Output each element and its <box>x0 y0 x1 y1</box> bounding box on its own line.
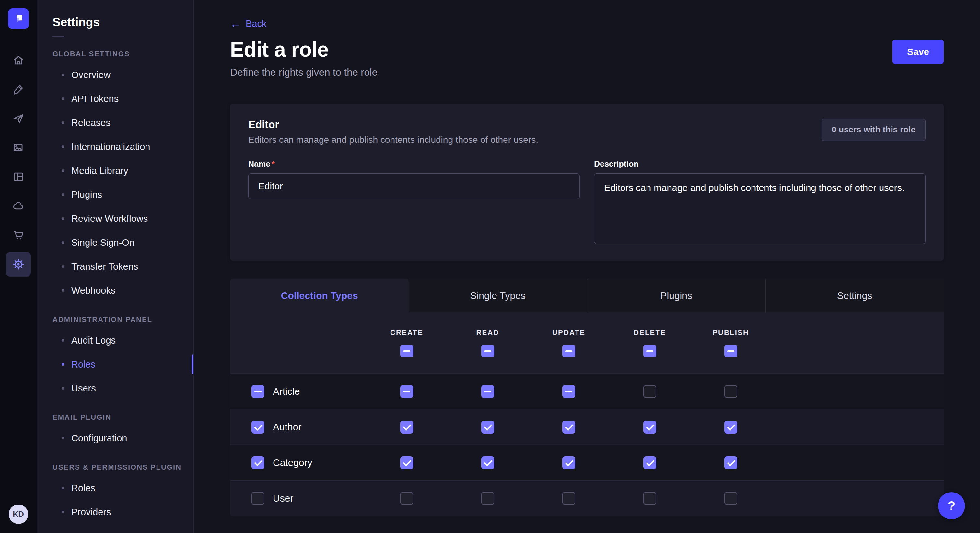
role-card-header: Editor Editors can manage and publish co… <box>248 119 926 145</box>
save-button[interactable]: Save <box>892 40 944 64</box>
permissions-section: Collection Types Single Types Plugins Se… <box>230 279 944 516</box>
sidebar-item-users[interactable]: Users <box>37 376 194 400</box>
sidebar-item-overview[interactable]: Overview <box>37 63 194 87</box>
required-asterisk: * <box>272 159 275 168</box>
bullet-icon <box>62 487 64 489</box>
sidebar-item-up-providers[interactable]: Providers <box>37 500 194 524</box>
bullet-icon <box>62 73 64 76</box>
column-label: PUBLISH <box>713 328 749 337</box>
column-delete: DELETE <box>609 328 690 357</box>
sidebar-item-audit-logs[interactable]: Audit Logs <box>37 328 194 352</box>
users-count-badge[interactable]: 0 users with this role <box>821 119 926 141</box>
sidebar-item-label: Users <box>71 383 96 394</box>
strapi-logo-icon[interactable] <box>8 8 29 29</box>
author-delete-checkbox[interactable] <box>643 420 656 434</box>
category-publish-checkbox[interactable] <box>724 456 737 469</box>
author-read-checkbox[interactable] <box>481 420 494 434</box>
author-create-checkbox[interactable] <box>400 420 413 434</box>
sidebar-item-plugins[interactable]: Plugins <box>37 182 194 206</box>
select-all-publish-checkbox[interactable] <box>724 344 737 357</box>
row-label: Article <box>273 386 300 397</box>
content-manager-icon[interactable] <box>6 77 31 102</box>
help-icon: ? <box>948 499 955 513</box>
author-update-checkbox[interactable] <box>562 420 575 434</box>
page-title: Edit a role <box>230 38 377 62</box>
description-input[interactable]: Editors can manage and publish contents … <box>594 173 926 244</box>
sidebar-item-up-roles[interactable]: Roles <box>37 476 194 500</box>
author-publish-checkbox[interactable] <box>724 420 737 434</box>
description-field: Description Editors can manage and publi… <box>594 159 926 245</box>
cloud-icon[interactable] <box>6 194 31 218</box>
select-all-update-checkbox[interactable] <box>562 344 575 357</box>
tab-settings[interactable]: Settings <box>765 279 944 313</box>
permission-row-user[interactable]: User <box>230 480 944 516</box>
tab-collection-types[interactable]: Collection Types <box>230 279 409 313</box>
sidebar-item-webhooks[interactable]: Webhooks <box>37 279 194 303</box>
section-heading-email-plugin: EMAIL PLUGIN <box>52 413 194 422</box>
user-publish-checkbox[interactable] <box>724 492 737 505</box>
bullet-icon <box>62 169 64 172</box>
bullet-icon <box>62 194 64 196</box>
name-label: Name* <box>248 159 580 169</box>
sidebar-item-configuration[interactable]: Configuration <box>37 426 194 450</box>
home-icon[interactable] <box>6 48 31 73</box>
article-publish-checkbox[interactable] <box>724 385 737 398</box>
bullet-icon <box>62 339 64 342</box>
tab-plugins[interactable]: Plugins <box>587 279 765 313</box>
role-details-card: Editor Editors can manage and publish co… <box>230 104 944 261</box>
article-update-checkbox[interactable] <box>562 385 575 398</box>
help-button[interactable]: ? <box>938 492 965 519</box>
role-title: Editor <box>248 119 538 131</box>
back-link[interactable]: ← Back <box>230 18 266 29</box>
name-input[interactable] <box>248 173 580 199</box>
select-all-read-checkbox[interactable] <box>481 344 494 357</box>
category-delete-checkbox[interactable] <box>643 456 656 469</box>
sidebar-item-review-workflows[interactable]: Review Workflows <box>37 206 194 230</box>
deploy-icon[interactable] <box>6 106 31 131</box>
category-row-checkbox[interactable] <box>251 456 264 469</box>
permission-row-author[interactable]: Author <box>230 409 944 444</box>
permission-row-category[interactable]: Category <box>230 444 944 480</box>
article-delete-checkbox[interactable] <box>643 385 656 398</box>
author-row-checkbox[interactable] <box>251 420 264 434</box>
sidebar-item-roles[interactable]: Roles <box>37 352 194 376</box>
select-all-create-checkbox[interactable] <box>400 344 413 357</box>
settings-icon[interactable] <box>6 252 31 276</box>
bullet-icon <box>62 241 64 244</box>
article-row-checkbox[interactable] <box>251 385 264 398</box>
user-avatar[interactable]: KD <box>9 504 28 524</box>
content-type-builder-icon[interactable] <box>6 165 31 189</box>
page-header: Edit a role Define the rights given to t… <box>230 38 944 78</box>
tab-single-types[interactable]: Single Types <box>409 279 587 313</box>
main-content: ← Back Edit a role Define the rights giv… <box>194 0 980 533</box>
user-delete-checkbox[interactable] <box>643 492 656 505</box>
description-label: Description <box>594 159 926 169</box>
sidebar-item-label: Roles <box>71 483 95 493</box>
media-library-icon[interactable] <box>6 135 31 160</box>
row-label: User <box>273 493 293 504</box>
sidebar-item-api-tokens[interactable]: API Tokens <box>37 87 194 111</box>
sidebar-item-label: Providers <box>71 507 111 517</box>
category-create-checkbox[interactable] <box>400 456 413 469</box>
sidebar-item-label: Audit Logs <box>71 335 116 346</box>
category-read-checkbox[interactable] <box>481 456 494 469</box>
permission-row-article[interactable]: Article <box>230 373 944 409</box>
bullet-icon <box>62 289 64 292</box>
sidebar-item-internationalization[interactable]: Internationalization <box>37 135 194 159</box>
user-create-checkbox[interactable] <box>400 492 413 505</box>
user-update-checkbox[interactable] <box>562 492 575 505</box>
user-row-checkbox[interactable] <box>251 492 264 505</box>
marketplace-icon[interactable] <box>6 223 31 247</box>
permissions-rows: Article Author <box>230 373 944 516</box>
sidebar-item-media-library[interactable]: Media Library <box>37 159 194 182</box>
permissions-tabs: Collection Types Single Types Plugins Se… <box>230 279 944 313</box>
select-all-delete-checkbox[interactable] <box>643 344 656 357</box>
category-update-checkbox[interactable] <box>562 456 575 469</box>
article-read-checkbox[interactable] <box>481 385 494 398</box>
sidebar-item-single-sign-on[interactable]: Single Sign-On <box>37 230 194 254</box>
sidebar-item-releases[interactable]: Releases <box>37 111 194 135</box>
user-read-checkbox[interactable] <box>481 492 494 505</box>
sidebar-item-label: Single Sign-On <box>71 237 135 248</box>
sidebar-item-transfer-tokens[interactable]: Transfer Tokens <box>37 254 194 279</box>
article-create-checkbox[interactable] <box>400 385 413 398</box>
